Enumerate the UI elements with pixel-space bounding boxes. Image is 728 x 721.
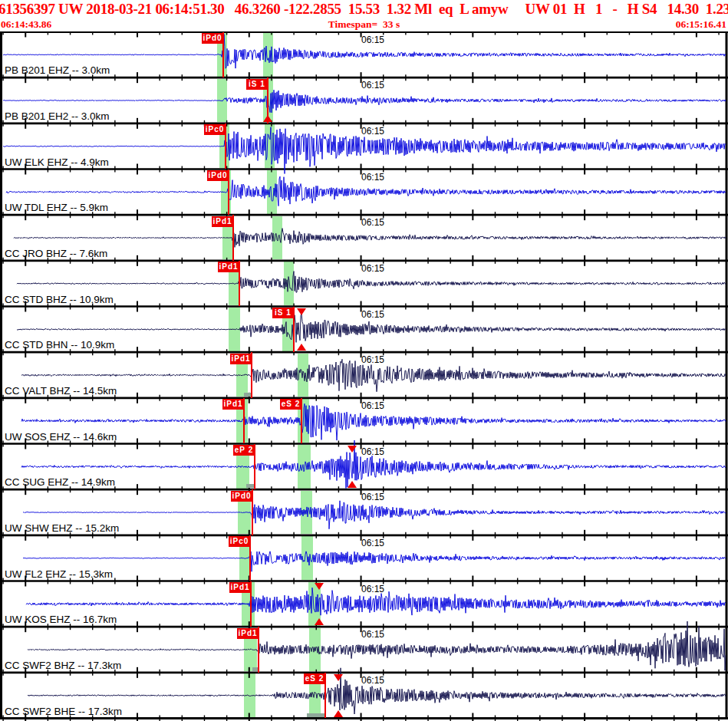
station-label: UW SOS EHZ -- 14.6km — [5, 431, 117, 443]
event-header: 61356397 UW 2018-03-21 06:14:51.30 46.32… — [0, 0, 728, 31]
minute-tick-label: 06:15 — [361, 538, 384, 548]
pick-flag-ep2[interactable]: eP 2 — [233, 445, 255, 456]
pick-flag-ipc0[interactable]: iPc0 — [229, 536, 250, 547]
minute-tick-label: 06:15 — [361, 400, 384, 411]
waveform-plot[interactable]: PB B201 EHZ -- 3.0km06:15iPd0PB B201 EH2… — [0, 0, 728, 721]
event-summary-line: 61356397 UW 2018-03-21 06:14:51.30 46.32… — [0, 0, 728, 18]
station-label: CC STD BHZ -- 10.9km — [5, 294, 114, 305]
minute-tick-label: 06:15 — [361, 446, 384, 457]
waveform-trace[interactable] — [17, 272, 726, 293]
minute-tick-label: 06:15 — [361, 354, 384, 365]
coda-marker-bottom[interactable] — [348, 481, 357, 488]
pick-flag-ipd0[interactable]: iPd0 — [202, 33, 223, 44]
minute-tick-label: 06:15 — [361, 584, 384, 594]
residual-marker — [307, 713, 324, 717]
waveform-trace[interactable] — [3, 90, 726, 113]
pick-flag-ipd0[interactable]: iPd0 — [207, 170, 229, 181]
waveform-trace[interactable] — [14, 229, 726, 248]
coda-marker-top[interactable] — [315, 583, 324, 590]
pick-flag-is1[interactable]: iS 1 — [246, 79, 268, 90]
minute-tick-label: 06:15 — [361, 35, 384, 45]
coda-marker-bottom[interactable] — [297, 344, 306, 351]
station-label: PB B201 EHZ -- 3.0km — [5, 64, 110, 76]
pick-flag-ipd1[interactable]: iPd1 — [229, 582, 251, 593]
minute-tick-label: 06:15 — [361, 80, 384, 91]
waveform-trace[interactable] — [23, 501, 726, 529]
pick-flag-es2[interactable]: eS 2 — [280, 399, 301, 410]
pick-flag-es2[interactable]: eS 2 — [304, 673, 325, 684]
minute-tick-label: 06:15 — [361, 217, 384, 228]
coda-marker-top[interactable] — [297, 308, 306, 315]
pick-flag-ipd1[interactable]: iPd1 — [230, 354, 252, 364]
coda-marker-bottom[interactable] — [263, 115, 272, 122]
station-label: UW SHW EHZ -- 15.2km — [5, 522, 119, 534]
minute-tick-label: 06:15 — [361, 309, 384, 320]
station-label: UW TDL EHZ -- 5.9km — [5, 202, 108, 213]
pick-flag-is1[interactable]: iS 1 — [272, 308, 294, 318]
pick-flag-ipd0[interactable]: iPd0 — [231, 491, 252, 502]
station-label: CC SWF2 BHE -- 17.3km — [5, 706, 122, 717]
residual-marker — [246, 484, 254, 488]
station-label: UW FL2 EHZ -- 15.3km — [5, 568, 113, 580]
station-label: CC JRO BHZ -- 7.6km — [5, 248, 107, 259]
station-label: CC SWF2 BHZ -- 17.3km — [5, 660, 121, 671]
station-label: CC STD BHN -- 10.9km — [5, 339, 114, 351]
window-end-time: 06:15:16.41 — [676, 18, 726, 31]
pick-flag-ipd1[interactable]: iPd1 — [218, 262, 239, 272]
minute-tick-label: 06:15 — [361, 126, 384, 137]
minute-tick-label: 06:15 — [361, 172, 384, 183]
pick-flag-ipd1[interactable]: iPd1 — [212, 216, 233, 227]
station-label: CC SUG EHZ -- 14.9km — [5, 476, 115, 488]
minute-tick-label: 06:15 — [361, 629, 384, 640]
coda-marker-bottom[interactable] — [334, 710, 343, 717]
minute-tick-label: 06:15 — [361, 263, 384, 274]
station-label: PB B201 EH2 -- 3.0km — [5, 110, 110, 122]
coda-marker-bottom[interactable] — [315, 618, 324, 625]
coda-marker-top[interactable] — [348, 446, 357, 453]
station-label: UW ELK EHZ -- 4.9km — [5, 156, 109, 168]
minute-tick-label: 06:15 — [361, 675, 384, 686]
pick-flag-ipc0[interactable]: iPc0 — [204, 124, 226, 135]
coda-marker-top[interactable] — [334, 674, 343, 681]
pick-flag-ipd1[interactable]: iPd1 — [222, 399, 244, 410]
timespan-label: Timespan= 33 s — [0, 18, 728, 31]
waveform-trace[interactable] — [23, 551, 726, 571]
pick-flag-ipd1[interactable]: iPd1 — [237, 628, 259, 639]
minute-tick-label: 06:15 — [361, 492, 384, 502]
station-label: UW KOS EHZ -- 16.7km — [5, 614, 117, 625]
station-label: CC VALT BHZ -- 14.5km — [5, 385, 117, 397]
